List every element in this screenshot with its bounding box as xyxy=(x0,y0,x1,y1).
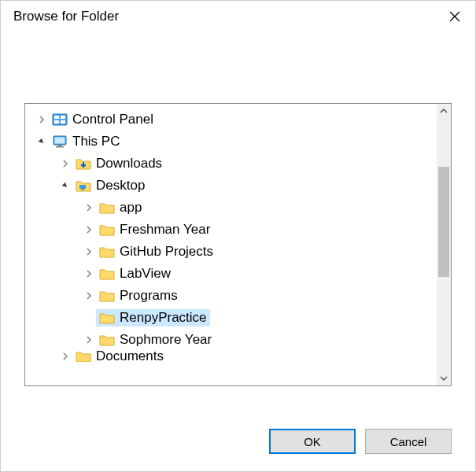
folder-icon xyxy=(99,288,115,304)
svg-rect-11 xyxy=(79,185,86,189)
tree-item[interactable]: LabView xyxy=(25,263,451,285)
ok-button[interactable]: OK xyxy=(269,429,356,454)
tree-item[interactable]: Programs xyxy=(25,285,451,307)
tree-item[interactable]: This PC xyxy=(25,131,451,153)
cancel-button[interactable]: Cancel xyxy=(365,429,452,454)
tree-item[interactable]: Downloads xyxy=(25,153,451,175)
control-panel-icon xyxy=(52,112,68,127)
dialog-button-row: OK Cancel xyxy=(269,429,452,454)
tree-item-label: Desktop xyxy=(96,178,145,194)
svg-rect-9 xyxy=(57,145,62,146)
this-pc-icon xyxy=(52,134,68,149)
collapse-arrow-icon[interactable] xyxy=(58,179,72,193)
expand-arrow-icon[interactable] xyxy=(58,157,72,171)
svg-rect-6 xyxy=(61,120,65,124)
expand-arrow-icon[interactable] xyxy=(82,201,96,215)
scroll-thumb[interactable] xyxy=(438,167,449,277)
svg-rect-3 xyxy=(54,116,59,119)
expand-arrow-icon[interactable] xyxy=(82,289,96,303)
expand-arrow-icon[interactable] xyxy=(35,112,49,127)
expand-arrow-icon[interactable] xyxy=(82,333,96,347)
tree-item-label: Freshman Year xyxy=(120,222,210,238)
chevron-up-icon xyxy=(440,107,448,115)
tree-item-label: Sophmore Year xyxy=(120,332,212,348)
folder-icon xyxy=(99,310,115,326)
tree-item-label: GitHub Projects xyxy=(120,244,213,260)
tree-item[interactable]: RenpyPractice xyxy=(25,307,451,329)
expand-arrow-icon[interactable] xyxy=(82,245,96,259)
folder-tree[interactable]: Control PanelThis PCDownloadsDesktopappF… xyxy=(25,104,451,385)
dialog-title: Browse for Folder xyxy=(13,9,119,24)
folder-icon xyxy=(99,332,115,348)
tree-item[interactable]: Desktop xyxy=(25,175,451,197)
folder-icon xyxy=(99,244,115,260)
tree-item[interactable]: Documents xyxy=(25,351,451,362)
expand-arrow-icon[interactable] xyxy=(82,267,96,281)
folder-icon xyxy=(99,222,115,238)
browse-folder-dialog: Browse for Folder Control PanelThis PCDo… xyxy=(0,0,476,472)
folder-icon xyxy=(76,351,91,362)
tree-item[interactable]: GitHub Projects xyxy=(25,241,451,263)
vertical-scrollbar[interactable] xyxy=(437,104,451,385)
titlebar: Browse for Folder xyxy=(1,1,475,32)
downloads-icon xyxy=(76,156,91,171)
tree-item-label: LabView xyxy=(120,266,171,282)
tree-item[interactable]: Control Panel xyxy=(25,109,451,131)
tree-item-label: This PC xyxy=(72,134,120,149)
folder-icon xyxy=(99,266,115,282)
scroll-up-button[interactable] xyxy=(437,104,451,118)
tree-item-label: Control Panel xyxy=(72,112,153,127)
desktop-icon xyxy=(76,178,91,194)
tree-item[interactable]: app xyxy=(25,197,451,219)
folder-tree-container: Control PanelThis PCDownloadsDesktopappF… xyxy=(24,103,452,386)
svg-rect-4 xyxy=(61,116,65,119)
expand-arrow-icon xyxy=(82,311,96,325)
tree-item-label: RenpyPractice xyxy=(120,310,207,326)
svg-rect-10 xyxy=(56,146,64,148)
tree-item[interactable]: Sophmore Year xyxy=(25,329,451,351)
expand-arrow-icon[interactable] xyxy=(82,223,96,237)
close-button[interactable] xyxy=(437,4,472,29)
folder-icon xyxy=(99,200,115,216)
scroll-down-button[interactable] xyxy=(437,371,451,385)
close-icon xyxy=(449,11,460,22)
svg-rect-12 xyxy=(82,189,84,190)
tree-item-label: Programs xyxy=(120,288,178,304)
collapse-arrow-icon[interactable] xyxy=(35,135,49,149)
tree-item-label: Documents xyxy=(96,351,164,362)
svg-rect-8 xyxy=(55,138,65,144)
chevron-down-icon xyxy=(440,374,448,382)
svg-rect-5 xyxy=(54,120,59,124)
tree-item-label: app xyxy=(120,200,142,216)
tree-item-label: Downloads xyxy=(96,156,162,171)
expand-arrow-icon[interactable] xyxy=(58,351,72,362)
tree-item[interactable]: Freshman Year xyxy=(25,219,451,241)
